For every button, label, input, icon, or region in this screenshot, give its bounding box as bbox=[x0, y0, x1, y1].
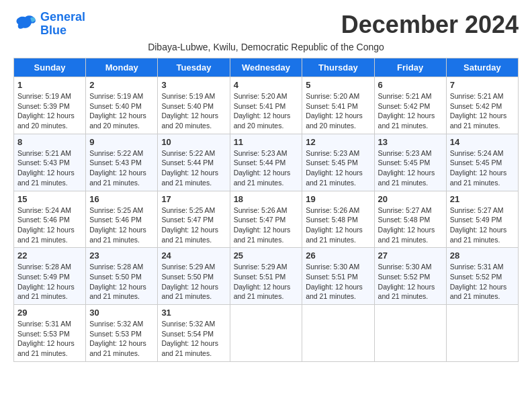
sunset-label: Sunset: 5:43 PM bbox=[17, 158, 70, 167]
sunset-label: Sunset: 5:45 PM bbox=[450, 158, 502, 167]
day-number: 20 bbox=[378, 194, 443, 204]
daylight-label: Daylight: 12 hours and 21 minutes. bbox=[17, 226, 75, 244]
logo-text: General Blue bbox=[40, 11, 85, 38]
sunset-label: Sunset: 5:48 PM bbox=[306, 216, 358, 224]
calendar-cell: 4 Sunrise: 5:20 AM Sunset: 5:41 PM Dayli… bbox=[230, 77, 302, 134]
sunrise-label: Sunrise: 5:29 AM bbox=[161, 263, 215, 271]
daylight-label: Daylight: 12 hours and 21 minutes. bbox=[161, 169, 218, 187]
calendar-table: Sunday Monday Tuesday Wednesday Thursday… bbox=[13, 58, 519, 362]
sunrise-label: Sunrise: 5:28 AM bbox=[17, 263, 71, 271]
sunset-label: Sunset: 5:53 PM bbox=[89, 330, 142, 338]
calendar-cell: 10 Sunrise: 5:22 AM Sunset: 5:44 PM Dayl… bbox=[158, 134, 230, 191]
sunrise-label: Sunrise: 5:26 AM bbox=[234, 206, 287, 214]
calendar-cell: 15 Sunrise: 5:24 AM Sunset: 5:46 PM Dayl… bbox=[14, 191, 86, 248]
day-number: 7 bbox=[450, 80, 515, 90]
day-number: 23 bbox=[89, 250, 154, 261]
calendar-cell bbox=[302, 305, 374, 362]
calendar-week-3: 15 Sunrise: 5:24 AM Sunset: 5:46 PM Dayl… bbox=[14, 191, 519, 248]
daylight-label: Daylight: 12 hours and 21 minutes. bbox=[17, 283, 75, 301]
day-info: Sunrise: 5:30 AM Sunset: 5:51 PM Dayligh… bbox=[306, 262, 370, 302]
day-info: Sunrise: 5:26 AM Sunset: 5:47 PM Dayligh… bbox=[234, 205, 299, 245]
calendar-cell: 16 Sunrise: 5:25 AM Sunset: 5:46 PM Dayl… bbox=[86, 191, 158, 248]
day-info: Sunrise: 5:22 AM Sunset: 5:44 PM Dayligh… bbox=[161, 148, 226, 188]
daylight-label: Daylight: 12 hours and 21 minutes. bbox=[450, 283, 507, 301]
sunset-label: Sunset: 5:50 PM bbox=[161, 273, 214, 281]
page-header: General Blue December 2024 bbox=[13, 11, 519, 39]
day-info: Sunrise: 5:25 AM Sunset: 5:47 PM Dayligh… bbox=[161, 205, 226, 245]
daylight-label: Daylight: 12 hours and 21 minutes. bbox=[234, 226, 291, 244]
day-info: Sunrise: 5:32 AM Sunset: 5:53 PM Dayligh… bbox=[89, 319, 154, 359]
day-info: Sunrise: 5:21 AM Sunset: 5:43 PM Dayligh… bbox=[17, 148, 82, 188]
day-number: 14 bbox=[450, 137, 515, 147]
day-number: 17 bbox=[161, 194, 226, 204]
sunset-label: Sunset: 5:45 PM bbox=[306, 158, 358, 167]
calendar-cell: 25 Sunrise: 5:29 AM Sunset: 5:51 PM Dayl… bbox=[230, 248, 302, 305]
sunset-label: Sunset: 5:54 PM bbox=[161, 330, 214, 338]
sunset-label: Sunset: 5:46 PM bbox=[89, 216, 142, 224]
calendar-cell: 3 Sunrise: 5:19 AM Sunset: 5:40 PM Dayli… bbox=[158, 77, 230, 134]
sunrise-label: Sunrise: 5:19 AM bbox=[89, 92, 143, 100]
daylight-label: Daylight: 12 hours and 21 minutes. bbox=[89, 283, 146, 301]
calendar-cell: 19 Sunrise: 5:26 AM Sunset: 5:48 PM Dayl… bbox=[302, 191, 374, 248]
daylight-label: Daylight: 12 hours and 20 minutes. bbox=[89, 111, 146, 130]
day-number: 19 bbox=[306, 194, 370, 204]
daylight-label: Daylight: 12 hours and 21 minutes. bbox=[234, 283, 291, 301]
sunrise-label: Sunrise: 5:25 AM bbox=[161, 206, 215, 214]
day-number: 18 bbox=[234, 194, 299, 204]
day-number: 31 bbox=[161, 308, 226, 318]
day-info: Sunrise: 5:31 AM Sunset: 5:52 PM Dayligh… bbox=[450, 262, 515, 302]
day-info: Sunrise: 5:20 AM Sunset: 5:41 PM Dayligh… bbox=[234, 91, 299, 131]
sunset-label: Sunset: 5:39 PM bbox=[17, 102, 70, 110]
calendar-cell: 23 Sunrise: 5:28 AM Sunset: 5:50 PM Dayl… bbox=[86, 248, 158, 305]
header-saturday: Saturday bbox=[446, 58, 518, 77]
sunrise-label: Sunrise: 5:27 AM bbox=[378, 206, 432, 214]
daylight-label: Daylight: 12 hours and 21 minutes. bbox=[17, 169, 75, 187]
sunset-label: Sunset: 5:52 PM bbox=[450, 273, 502, 281]
calendar-cell: 11 Sunrise: 5:23 AM Sunset: 5:44 PM Dayl… bbox=[230, 134, 302, 191]
calendar-cell: 28 Sunrise: 5:31 AM Sunset: 5:52 PM Dayl… bbox=[446, 248, 518, 305]
location-subtitle: Dibaya-Lubwe, Kwilu, Democratic Republic… bbox=[13, 42, 519, 52]
daylight-label: Daylight: 12 hours and 20 minutes. bbox=[234, 111, 291, 130]
day-number: 13 bbox=[378, 137, 443, 147]
sunrise-label: Sunrise: 5:24 AM bbox=[17, 206, 71, 214]
day-info: Sunrise: 5:23 AM Sunset: 5:45 PM Dayligh… bbox=[378, 148, 443, 188]
day-number: 4 bbox=[234, 80, 299, 90]
daylight-label: Daylight: 12 hours and 21 minutes. bbox=[234, 169, 291, 187]
calendar-cell: 9 Sunrise: 5:22 AM Sunset: 5:43 PM Dayli… bbox=[86, 134, 158, 191]
header-row: Sunday Monday Tuesday Wednesday Thursday… bbox=[14, 58, 519, 77]
calendar-cell: 13 Sunrise: 5:23 AM Sunset: 5:45 PM Dayl… bbox=[374, 134, 446, 191]
daylight-label: Daylight: 12 hours and 21 minutes. bbox=[450, 169, 507, 187]
sunrise-label: Sunrise: 5:26 AM bbox=[306, 206, 359, 214]
day-info: Sunrise: 5:22 AM Sunset: 5:43 PM Dayligh… bbox=[89, 148, 154, 188]
day-info: Sunrise: 5:19 AM Sunset: 5:40 PM Dayligh… bbox=[89, 91, 154, 131]
day-info: Sunrise: 5:28 AM Sunset: 5:50 PM Dayligh… bbox=[89, 262, 154, 302]
day-number: 12 bbox=[306, 137, 370, 147]
calendar-cell: 21 Sunrise: 5:27 AM Sunset: 5:49 PM Dayl… bbox=[446, 191, 518, 248]
day-number: 22 bbox=[17, 250, 82, 261]
calendar-cell: 12 Sunrise: 5:23 AM Sunset: 5:45 PM Dayl… bbox=[302, 134, 374, 191]
sunset-label: Sunset: 5:43 PM bbox=[89, 158, 142, 167]
calendar-week-2: 8 Sunrise: 5:21 AM Sunset: 5:43 PM Dayli… bbox=[14, 134, 519, 191]
sunrise-label: Sunrise: 5:31 AM bbox=[450, 263, 504, 271]
sunset-label: Sunset: 5:44 PM bbox=[161, 158, 214, 167]
sunset-label: Sunset: 5:40 PM bbox=[89, 102, 142, 110]
daylight-label: Daylight: 12 hours and 21 minutes. bbox=[89, 339, 146, 357]
sunset-label: Sunset: 5:41 PM bbox=[306, 102, 358, 110]
day-number: 24 bbox=[161, 250, 226, 261]
header-thursday: Thursday bbox=[302, 58, 374, 77]
day-info: Sunrise: 5:26 AM Sunset: 5:48 PM Dayligh… bbox=[306, 205, 370, 245]
sunset-label: Sunset: 5:53 PM bbox=[17, 330, 70, 338]
sunrise-label: Sunrise: 5:29 AM bbox=[234, 263, 287, 271]
sunrise-label: Sunrise: 5:23 AM bbox=[378, 149, 432, 157]
calendar-cell: 26 Sunrise: 5:30 AM Sunset: 5:51 PM Dayl… bbox=[302, 248, 374, 305]
daylight-label: Daylight: 12 hours and 21 minutes. bbox=[378, 283, 435, 301]
sunrise-label: Sunrise: 5:22 AM bbox=[89, 149, 143, 157]
day-number: 30 bbox=[89, 308, 154, 318]
calendar-week-5: 29 Sunrise: 5:31 AM Sunset: 5:53 PM Dayl… bbox=[14, 305, 519, 362]
daylight-label: Daylight: 12 hours and 21 minutes. bbox=[161, 339, 218, 357]
sunrise-label: Sunrise: 5:30 AM bbox=[306, 263, 359, 271]
sunrise-label: Sunrise: 5:20 AM bbox=[306, 92, 359, 100]
calendar-cell: 20 Sunrise: 5:27 AM Sunset: 5:48 PM Dayl… bbox=[374, 191, 446, 248]
sunset-label: Sunset: 5:49 PM bbox=[450, 216, 502, 224]
sunrise-label: Sunrise: 5:25 AM bbox=[89, 206, 143, 214]
